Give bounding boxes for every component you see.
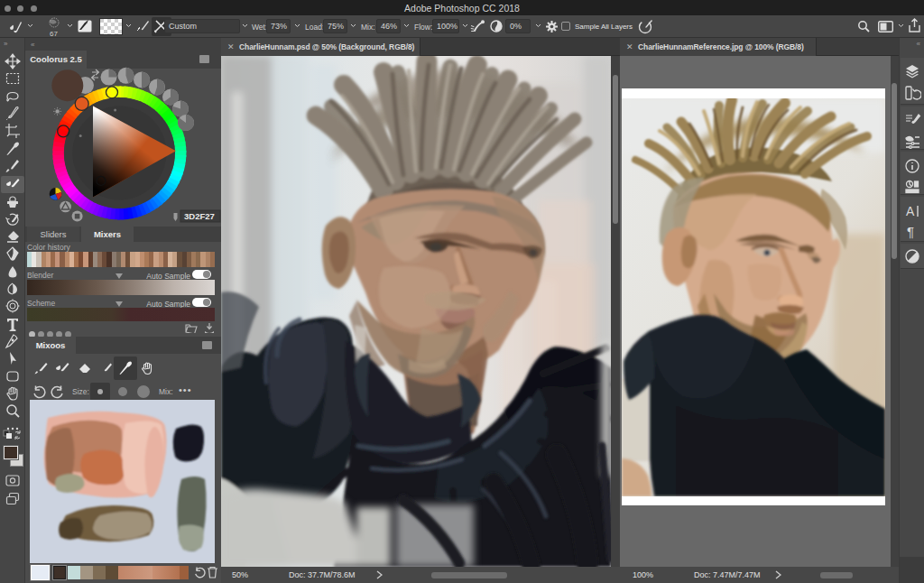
svg-text:¶: ¶ bbox=[907, 224, 914, 239]
svg-text:A: A bbox=[906, 204, 915, 218]
svg-text:3D2F27: 3D2F27 bbox=[184, 211, 215, 221]
